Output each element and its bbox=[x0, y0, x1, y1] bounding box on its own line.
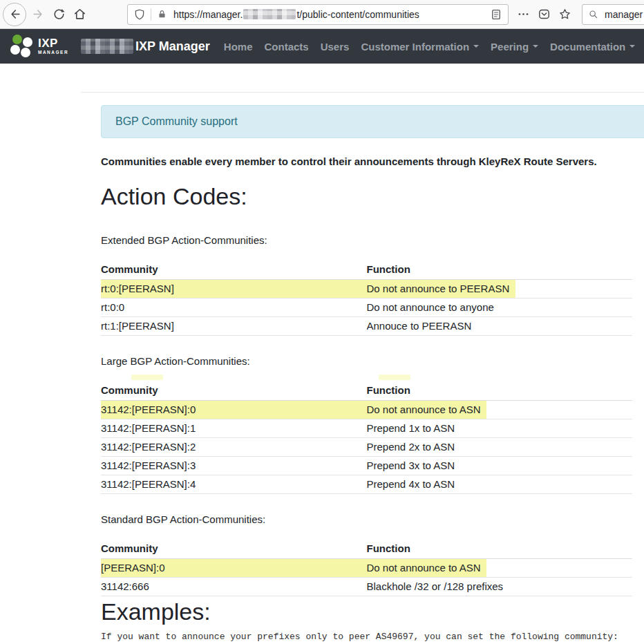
nav-item-peering[interactable]: Peering bbox=[491, 41, 538, 53]
example-text: If you want to announce your prefixes on… bbox=[101, 632, 632, 642]
search-input[interactable]: manager bbox=[582, 4, 644, 25]
redacted-domain bbox=[243, 9, 296, 19]
forward-arrow-icon bbox=[32, 8, 45, 21]
brand-title[interactable]: IXP Manager bbox=[135, 39, 210, 54]
lock-icon[interactable] bbox=[157, 9, 167, 19]
function-cell: Prepend 2x to ASN bbox=[367, 438, 633, 457]
nav-item-users[interactable]: Users bbox=[321, 41, 350, 53]
table-row: 31142:[PEERASN]:2Prepend 2x to ASN bbox=[101, 438, 632, 457]
intro-paragraph: Communities enable every member to contr… bbox=[101, 155, 632, 168]
table-header-cell: Function bbox=[367, 541, 633, 559]
redacted-brand-name bbox=[81, 39, 133, 54]
sections: Extended BGP Action-Communities:Communit… bbox=[101, 234, 632, 596]
nav-item-contacts[interactable]: Contacts bbox=[265, 41, 309, 53]
overflow-menu-button[interactable] bbox=[513, 4, 533, 25]
url-bar[interactable]: https://manager.t/public-content/communi… bbox=[127, 4, 509, 25]
community-cell: 31142:[PEERASN]:0 bbox=[101, 401, 367, 419]
home-button[interactable] bbox=[69, 4, 90, 25]
table-header-row: CommunityFunction bbox=[101, 541, 632, 559]
nav-item-label: Peering bbox=[491, 41, 529, 53]
function-cell: Annouce to PEERASN bbox=[367, 317, 633, 336]
reload-button[interactable] bbox=[48, 4, 69, 25]
pocket-button[interactable] bbox=[533, 4, 554, 25]
examples-heading: Examples: bbox=[101, 598, 632, 625]
table-header-cell: Community bbox=[101, 383, 367, 401]
section-label: Standard BGP Action-Communities: bbox=[101, 513, 632, 526]
highlighter-smudge bbox=[131, 375, 163, 380]
url-suffix: t/public-content/communities bbox=[296, 9, 419, 20]
table-row: 31142:[PEERASN]:4Prepend 4x to ASN bbox=[101, 475, 632, 494]
table-header-row: CommunityFunction bbox=[101, 262, 632, 280]
urlbar-divider bbox=[151, 8, 151, 21]
table-row: 31142:666Blackhole /32 or /128 prefixes bbox=[101, 578, 632, 596]
reader-mode-icon[interactable] bbox=[490, 8, 502, 21]
table-header-cell: Community bbox=[101, 262, 367, 280]
function-cell: Do not announce to anyone bbox=[367, 299, 633, 317]
alert-text: BGP Community support bbox=[115, 115, 238, 128]
chevron-down-icon bbox=[473, 45, 479, 48]
main-content: Communities enable every member to contr… bbox=[101, 155, 632, 642]
table-row: 31142:[PEERASN]:1Prepend 1x to ASN bbox=[101, 419, 632, 438]
back-arrow-icon bbox=[8, 8, 21, 21]
function-cell: Prepend 3x to ASN bbox=[367, 457, 633, 475]
chevron-down-icon bbox=[629, 45, 635, 48]
highlighter-smudge bbox=[379, 375, 410, 380]
url-prefix: https://manager. bbox=[173, 9, 243, 20]
browser-window: https://manager.t/public-content/communi… bbox=[0, 0, 644, 644]
ixp-logo-icon bbox=[8, 33, 35, 59]
table-row: 31142:[PEERASN]:3Prepend 3x to ASN bbox=[101, 457, 632, 475]
community-cell: [PEERASN]:0 bbox=[101, 559, 367, 578]
community-cell: 31142:666 bbox=[101, 578, 367, 596]
bookmark-button[interactable] bbox=[554, 4, 575, 25]
nav-item-label: Documentation bbox=[550, 41, 625, 53]
communities-table-wrap: CommunityFunction[PEERASN]:0Do not annou… bbox=[101, 541, 632, 596]
table-header-cell: Function bbox=[367, 383, 633, 401]
function-cell: Prepend 4x to ASN bbox=[367, 475, 633, 494]
nav-item-label: Home bbox=[224, 41, 253, 53]
community-cell: rt:1:[PEERASN] bbox=[101, 317, 367, 336]
nav-item-customer-information[interactable]: Customer Information bbox=[361, 41, 479, 53]
ixp-manager-logo[interactable]: IXP MANAGER bbox=[8, 33, 68, 59]
function-cell: Blackhole /32 or /128 prefixes bbox=[367, 578, 633, 596]
communities-table-wrap: CommunityFunction31142:[PEERASN]:0Do not… bbox=[101, 383, 632, 494]
tracking-protection-shield-icon[interactable] bbox=[133, 8, 146, 21]
nav-item-home[interactable]: Home bbox=[224, 41, 253, 53]
section-label: Large BGP Action-Communities: bbox=[101, 354, 632, 368]
ellipsis-icon bbox=[517, 8, 530, 21]
section-label: Extended BGP Action-Communities: bbox=[101, 234, 632, 247]
toolbar-right-icons bbox=[513, 4, 575, 25]
community-cell: 31142:[PEERASN]:4 bbox=[101, 475, 367, 494]
table-row: rt:0:[PEERASN]Do not announce to PEERASN bbox=[101, 280, 632, 299]
bgp-community-alert: BGP Community support bbox=[101, 105, 644, 138]
back-button[interactable] bbox=[3, 3, 26, 26]
nav-item-label: Customer Information bbox=[361, 41, 469, 53]
communities-table: CommunityFunction31142:[PEERASN]:0Do not… bbox=[101, 383, 632, 494]
logo-text-main: IXP bbox=[38, 37, 68, 49]
communities-table-wrap: CommunityFunctionrt:0:[PEERASN]Do not an… bbox=[101, 262, 632, 336]
chevron-down-icon bbox=[533, 45, 538, 48]
communities-table: CommunityFunction[PEERASN]:0Do not annou… bbox=[101, 541, 632, 596]
logo-text-sub: MANAGER bbox=[38, 50, 68, 55]
logo-text: IXP MANAGER bbox=[38, 37, 68, 55]
table-row: 31142:[PEERASN]:0Do not announce to ASN bbox=[101, 401, 632, 419]
table-row: rt:1:[PEERASN]Annouce to PEERASN bbox=[101, 317, 632, 336]
pocket-icon bbox=[538, 8, 551, 21]
action-codes-heading: Action Codes: bbox=[101, 182, 632, 210]
nav-items: HomeContactsUsersCustomer InformationPee… bbox=[224, 41, 644, 53]
app-navbar: IXP MANAGER IXP Manager HomeContactsUser… bbox=[0, 29, 644, 64]
function-cell-highlighted: Do not announce to PEERASN bbox=[367, 280, 633, 299]
search-icon bbox=[588, 9, 599, 20]
community-cell: rt:0:[PEERASN] bbox=[101, 280, 367, 299]
function-cell-highlighted: Do not announce to ASN bbox=[367, 559, 633, 578]
communities-table: CommunityFunctionrt:0:[PEERASN]Do not an… bbox=[101, 262, 632, 336]
table-row: [PEERASN]:0Do not announce to ASN bbox=[101, 559, 632, 578]
nav-item-label: Users bbox=[321, 41, 350, 53]
community-cell: 31142:[PEERASN]:2 bbox=[101, 438, 367, 457]
table-header-cell: Community bbox=[101, 541, 367, 559]
forward-button[interactable] bbox=[28, 4, 48, 25]
nav-item-documentation[interactable]: Documentation bbox=[550, 41, 635, 53]
table-header-row: CommunityFunction bbox=[101, 383, 632, 401]
search-value: manager bbox=[605, 9, 643, 20]
table-row: rt:0:0Do not announce to anyone bbox=[101, 299, 632, 317]
url-text: https://manager.t/public-content/communi… bbox=[173, 9, 490, 20]
